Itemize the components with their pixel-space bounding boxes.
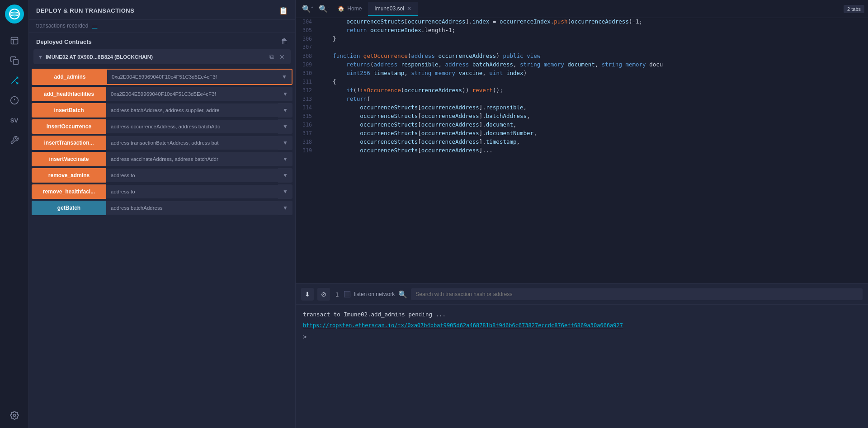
- line-content: occurrenceStructs[occurrenceAddress]...: [317, 147, 868, 154]
- contract-name: IMUNE02 AT 0X90D...8B824 (BLOCKCHAIN): [46, 54, 265, 60]
- app-logo[interactable]: [5, 5, 24, 24]
- line-content: occurrenceStructs[occurrenceAddress].ind…: [317, 18, 868, 25]
- function-row-0[interactable]: add_admins0xa2E004E59969040F10c4F51C3d5E…: [32, 69, 292, 85]
- func-btn-7[interactable]: remove_healthfaci...: [32, 184, 106, 199]
- func-chevron-8[interactable]: ▼: [278, 201, 292, 215]
- deployed-contracts-label: Deployed Contracts: [36, 38, 92, 45]
- sidebar-icon-wrench[interactable]: [6, 132, 23, 148]
- line-number: 317: [296, 130, 317, 136]
- tabs-count[interactable]: 2 tabs: [844, 5, 864, 13]
- tab-file[interactable]: Imune03.sol ✕: [368, 2, 417, 16]
- func-input-8: address batchAddress: [106, 201, 278, 215]
- code-line: 308 function getOccurrence(address occur…: [296, 52, 868, 61]
- code-line: 312 if(!isOccurrence(occurrenceAddress))…: [296, 87, 868, 95]
- home-icon: 🏠: [338, 5, 344, 12]
- console-search-input[interactable]: [411, 288, 863, 300]
- code-line: 313 return(: [296, 95, 868, 104]
- line-number: 315: [296, 113, 317, 119]
- function-row-5[interactable]: insertVaccinateaddress vaccinateAddress,…: [32, 152, 292, 166]
- func-btn-0[interactable]: add_admins: [33, 70, 107, 84]
- func-input-3: address occurrenceAddress, address batch…: [106, 120, 278, 133]
- svg-rect-6: [13, 60, 18, 65]
- line-number: 319: [296, 147, 317, 154]
- line-content: occurrenceStructs[occurrenceAddress].bat…: [317, 113, 868, 119]
- sidebar-icon-copy[interactable]: [6, 52, 23, 69]
- editor-tabs: 🔍+ 🔍- 🏠 Home Imune03.sol ✕ 2 tabs: [296, 0, 868, 18]
- console-tx-link[interactable]: https://ropsten.etherscan.io/tx/0xa07b4b…: [303, 322, 861, 329]
- line-content: return occurrenceIndex.length-1;: [317, 27, 868, 33]
- sidebar-icon-settings[interactable]: [6, 407, 23, 423]
- code-line: 314 occurrenceStructs[occurrenceAddress]…: [296, 104, 868, 113]
- func-btn-3[interactable]: insertOccurrence: [32, 119, 106, 134]
- sidebar-icon-cv[interactable]: SV: [6, 112, 23, 128]
- code-line: 306 }: [296, 35, 868, 44]
- console-arrow: >: [303, 333, 861, 340]
- copy-icon[interactable]: ⧉: [268, 53, 275, 61]
- func-input-2: address batchAddress, address supplier, …: [106, 103, 278, 117]
- line-content: uint256 timestamp, string memory vaccine…: [317, 70, 868, 76]
- tab-home[interactable]: 🏠 Home: [331, 2, 368, 16]
- func-chevron-3[interactable]: ▼: [278, 119, 292, 134]
- close-icon[interactable]: ✕: [278, 53, 286, 61]
- trash-icon[interactable]: 🗑: [281, 38, 288, 46]
- line-number: 312: [296, 87, 317, 94]
- line-number: 305: [296, 27, 317, 33]
- func-btn-4[interactable]: insertTransaction...: [32, 136, 106, 150]
- tab-file-label: Imune03.sol: [374, 5, 404, 12]
- function-row-8[interactable]: getBatchaddress batchAddress▼: [32, 201, 292, 215]
- func-input-0: 0xa2E004E59969040F10c4F51C3d5Ee4cF3f: [107, 70, 277, 84]
- listen-label: listen on network: [354, 291, 395, 297]
- transactions-recorded-bar: transactions recorded ―: [29, 20, 295, 33]
- console-stop-btn[interactable]: ⊘: [317, 288, 330, 301]
- line-number: 306: [296, 36, 317, 42]
- sidebar-icon-deploy[interactable]: [6, 72, 23, 89]
- func-input-7: address to: [106, 185, 278, 198]
- deployed-contracts-section: Deployed Contracts 🗑: [29, 33, 295, 49]
- function-row-1[interactable]: add_healthfacilities0xa2E004E59969040F10…: [32, 87, 292, 101]
- func-btn-1[interactable]: add_healthfacilities: [32, 87, 106, 101]
- func-chevron-0[interactable]: ▼: [277, 70, 292, 84]
- func-btn-8[interactable]: getBatch: [32, 201, 106, 215]
- code-line: 310 uint256 timestamp, string memory vac…: [296, 70, 868, 78]
- func-input-5: address vaccinateAddress, address batchA…: [106, 152, 278, 166]
- panel-doc-icon: 📋: [279, 6, 288, 15]
- console-search-icon[interactable]: 🔍: [398, 290, 407, 299]
- function-row-3[interactable]: insertOccurrenceaddress occurrenceAddres…: [32, 119, 292, 134]
- code-line: 319 occurrenceStructs[occurrenceAddress]…: [296, 147, 868, 155]
- func-input-4: address transactionBatchAddress, address…: [106, 136, 278, 150]
- function-row-7[interactable]: remove_healthfaci...address to▼: [32, 184, 292, 199]
- listen-checkbox[interactable]: [344, 291, 350, 297]
- contract-chevron-icon: ▼: [38, 54, 43, 60]
- zoom-in-btn[interactable]: 🔍+: [299, 3, 316, 15]
- zoom-out-btn[interactable]: 🔍-: [316, 3, 332, 15]
- tab-home-label: Home: [347, 5, 362, 12]
- function-row-2[interactable]: insertBatchaddress batchAddress, address…: [32, 103, 292, 118]
- tab-close-icon[interactable]: ✕: [407, 5, 411, 12]
- func-btn-5[interactable]: insertVaccinate: [32, 152, 106, 166]
- code-line: 307: [296, 44, 868, 52]
- func-chevron-1[interactable]: ▼: [278, 87, 292, 101]
- func-btn-6[interactable]: remove_admins: [32, 168, 106, 183]
- code-line: 315 occurrenceStructs[occurrenceAddress]…: [296, 113, 868, 121]
- contract-header[interactable]: ▼ IMUNE02 AT 0X90D...8B824 (BLOCKCHAIN) …: [33, 49, 291, 64]
- line-content: {: [317, 78, 868, 85]
- sidebar-icon-debug[interactable]: [6, 92, 23, 108]
- line-content: occurrenceStructs[occurrenceAddress].res…: [317, 104, 868, 111]
- icon-sidebar: SV: [0, 0, 29, 428]
- func-chevron-5[interactable]: ▼: [278, 152, 292, 166]
- code-line: 309 returns(address responsible, address…: [296, 61, 868, 70]
- func-btn-2[interactable]: insertBatch: [32, 103, 106, 118]
- line-content: }: [317, 35, 868, 42]
- func-chevron-6[interactable]: ▼: [278, 168, 292, 183]
- code-editor: 304 occurrenceStructs[occurrenceAddress]…: [296, 18, 868, 283]
- function-row-6[interactable]: remove_adminsaddress to▼: [32, 168, 292, 183]
- right-panel: 🔍+ 🔍- 🏠 Home Imune03.sol ✕ 2 tabs 304 oc…: [296, 0, 868, 428]
- sidebar-icon-files[interactable]: [6, 33, 23, 49]
- func-chevron-2[interactable]: ▼: [278, 103, 292, 118]
- console-down-btn[interactable]: ⬇: [301, 288, 314, 301]
- function-row-4[interactable]: insertTransaction...address transactionB…: [32, 136, 292, 150]
- transactions-link[interactable]: ―: [92, 23, 97, 29]
- func-chevron-7[interactable]: ▼: [278, 184, 292, 199]
- func-chevron-4[interactable]: ▼: [278, 136, 292, 150]
- line-number: 311: [296, 79, 317, 85]
